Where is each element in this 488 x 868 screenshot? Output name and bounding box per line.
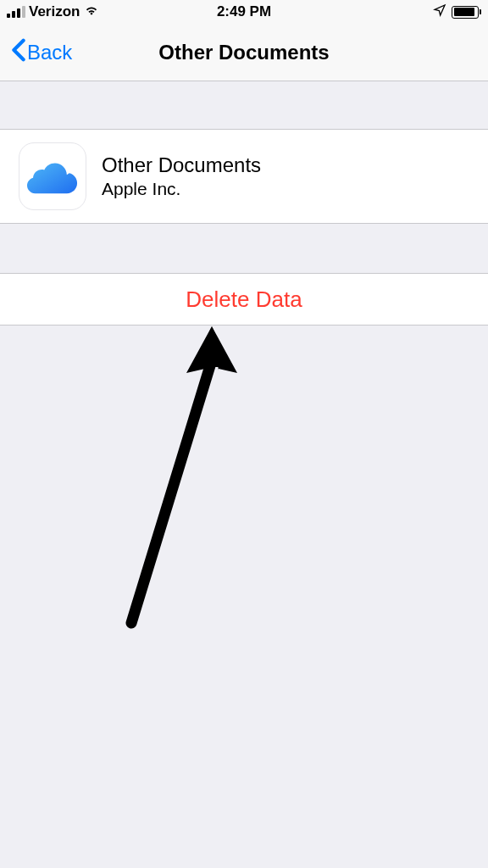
app-icon (19, 142, 86, 210)
section-spacer (0, 81, 488, 129)
svg-marker-1 (186, 326, 212, 373)
section-spacer (0, 224, 488, 273)
back-button[interactable]: Back (10, 38, 72, 67)
annotation-arrow-icon (119, 326, 254, 632)
status-bar: Verizon 2:49 PM (0, 0, 488, 24)
wifi-icon (83, 2, 100, 23)
carrier-label: Verizon (29, 3, 80, 20)
svg-line-3 (131, 360, 212, 623)
back-label: Back (27, 41, 72, 64)
app-info-cell: Other Documents Apple Inc. (0, 129, 488, 224)
status-right (433, 3, 481, 21)
page-title: Other Documents (158, 41, 329, 64)
navigation-bar: Back Other Documents (0, 24, 488, 81)
icloud-icon (27, 159, 78, 194)
app-title: Other Documents (102, 153, 261, 177)
location-icon (433, 3, 446, 21)
delete-data-label: Delete Data (186, 287, 302, 313)
battery-icon (452, 6, 481, 19)
delete-data-button[interactable]: Delete Data (0, 273, 488, 326)
signal-strength-icon (7, 6, 25, 18)
status-left: Verizon (7, 2, 100, 23)
app-subtitle: Apple Inc. (102, 179, 261, 199)
chevron-left-icon (10, 38, 27, 67)
svg-marker-0 (212, 326, 237, 373)
svg-marker-2 (193, 326, 230, 367)
status-time: 2:49 PM (217, 3, 271, 20)
app-info: Other Documents Apple Inc. (102, 153, 261, 199)
